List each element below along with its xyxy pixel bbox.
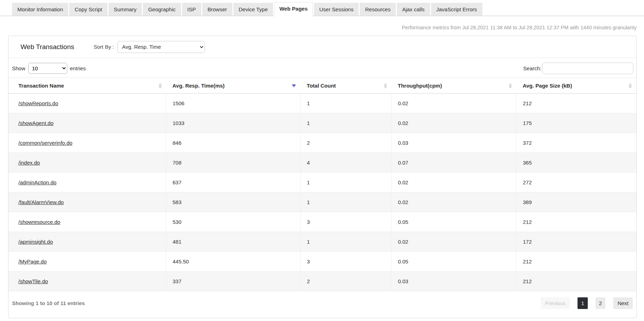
column-header-label: Throughput(cpm) (398, 83, 442, 89)
table-row: /showReports.do 1506 1 0.02 212 (8, 94, 636, 113)
panel-header: Web Transactions Sort By : Avg. Resp. Ti… (8, 36, 636, 58)
sort-descending-icon[interactable] (292, 84, 296, 87)
search-control: Search: (523, 63, 633, 74)
throughput-cell: 0.05 (391, 252, 516, 272)
total-count-cell: 1 (300, 94, 391, 113)
transaction-link[interactable]: /showReports.do (18, 100, 58, 106)
tab-device-type[interactable]: Device Type (233, 3, 273, 16)
throughput-cell: 0.03 (391, 272, 516, 291)
column-header-label: Transaction Name (18, 83, 64, 89)
table-header-row: Transaction Name Avg. Resp. Time(ms) Tot… (8, 78, 636, 94)
sort-by-select[interactable]: Avg. Resp. Time (117, 41, 205, 53)
table-footer: Showing 1 to 10 of 11 entries Previous 1… (8, 291, 636, 315)
transaction-link[interactable]: /fault/AlarmView.do (18, 199, 64, 205)
table-row: /adminAction.do 637 1 0.02 272 (8, 173, 636, 192)
avg-page-size-cell: 372 (516, 133, 636, 153)
transaction-link[interactable]: /showTile.do (18, 278, 48, 284)
transaction-link[interactable]: /common/serverinfo.do (18, 140, 72, 146)
tab-javascript-errors[interactable]: JavaScript Errors (431, 3, 482, 16)
tab-geographic[interactable]: Geographic (143, 3, 181, 16)
tab-web-pages[interactable]: Web Pages (274, 2, 313, 16)
page-length-select[interactable]: 10 (28, 63, 67, 74)
table-row: /MyPage.do 445.50 3 0.05 212 (8, 252, 636, 272)
table-row: /fault/AlarmView.do 583 1 0.02 389 (8, 192, 636, 212)
total-count-cell: 2 (300, 272, 391, 291)
table-row: /showAgent.do 1033 1 0.02 175 (8, 113, 636, 133)
monitor-tabbar: Monitor Information Copy Script Summary … (0, 0, 644, 16)
throughput-cell: 0.05 (391, 212, 516, 232)
page: Monitor Information Copy Script Summary … (0, 0, 644, 321)
tab-ajax-calls[interactable]: Ajax calls (397, 3, 430, 16)
transaction-link[interactable]: /MyPage.do (18, 258, 47, 264)
throughput-cell: 0.02 (391, 173, 516, 192)
total-count-cell: 4 (300, 153, 391, 173)
total-count-cell: 3 (300, 252, 391, 272)
previous-page-button[interactable]: Previous (541, 297, 570, 309)
sort-unsorted-icon[interactable] (628, 83, 632, 88)
transaction-link[interactable]: /apminsight.do (18, 239, 53, 245)
column-header-label: Avg. Page Size (kB) (523, 83, 572, 89)
column-header-avg-resp-time[interactable]: Avg. Resp. Time(ms) (166, 78, 301, 94)
total-count-cell: 1 (300, 192, 391, 212)
total-count-cell: 1 (300, 232, 391, 252)
avg-page-size-cell: 389 (516, 192, 636, 212)
tab-resources[interactable]: Resources (360, 3, 396, 16)
transaction-link[interactable]: /showAgent.do (18, 120, 53, 126)
avg-resp-time-cell: 445.50 (166, 252, 301, 272)
table-row: /showTile.do 337 2 0.03 212 (8, 272, 636, 291)
column-header-label: Total Count (307, 83, 336, 89)
tab-user-sessions[interactable]: User Sessions (314, 3, 359, 16)
entries-label: entries (70, 65, 86, 71)
column-header-transaction-name[interactable]: Transaction Name (8, 78, 166, 94)
web-transactions-table: Transaction Name Avg. Resp. Time(ms) Tot… (8, 78, 636, 291)
search-label: Search: (523, 65, 541, 71)
column-header-total-count[interactable]: Total Count (300, 78, 391, 94)
column-header-throughput[interactable]: Throughput(cpm) (391, 78, 516, 94)
sort-by-label: Sort By : (94, 44, 114, 50)
transaction-link[interactable]: /adminAction.do (18, 179, 57, 185)
table-row: /apminsight.do 481 1 0.02 172 (8, 232, 636, 252)
avg-page-size-cell: 172 (516, 232, 636, 252)
table-row: /common/serverinfo.do 846 2 0.03 372 (8, 133, 636, 153)
avg-resp-time-cell: 1506 (166, 94, 301, 113)
transaction-link[interactable]: /showresource.do (18, 219, 60, 225)
transaction-link[interactable]: /index.do (18, 160, 40, 166)
avg-resp-time-cell: 337 (166, 272, 301, 291)
sort-unsorted-icon[interactable] (384, 83, 387, 88)
avg-page-size-cell: 365 (516, 153, 636, 173)
tab-isp[interactable]: ISP (182, 3, 201, 16)
page-1-button[interactable]: 1 (578, 297, 587, 309)
sort-unsorted-icon[interactable] (158, 83, 162, 88)
avg-page-size-cell: 212 (516, 252, 636, 272)
tab-browser[interactable]: Browser (202, 3, 232, 16)
total-count-cell: 1 (300, 173, 391, 192)
throughput-cell: 0.02 (391, 232, 516, 252)
column-header-avg-page-size[interactable]: Avg. Page Size (kB) (516, 78, 636, 94)
throughput-cell: 0.02 (391, 113, 516, 133)
avg-page-size-cell: 212 (516, 94, 636, 113)
throughput-cell: 0.02 (391, 192, 516, 212)
avg-resp-time-cell: 530 (166, 212, 301, 232)
avg-page-size-cell: 212 (516, 212, 636, 232)
metrics-date-range-note: Performance metrics from Jul 28,2021 11:… (0, 25, 637, 30)
table-controls: Show 10 entries Search: (8, 58, 636, 78)
avg-resp-time-cell: 708 (166, 153, 301, 173)
tab-copy-script[interactable]: Copy Script (69, 3, 108, 16)
show-entries-control: Show 10 entries (12, 63, 86, 74)
table-row: /index.do 708 4 0.07 365 (8, 153, 636, 173)
throughput-cell: 0.03 (391, 133, 516, 153)
table-row: /showresource.do 530 3 0.05 212 (8, 212, 636, 232)
page-2-button[interactable]: 2 (596, 297, 605, 309)
next-page-button[interactable]: Next (613, 297, 633, 309)
avg-resp-time-cell: 583 (166, 192, 301, 212)
tab-summary[interactable]: Summary (109, 3, 142, 16)
web-transactions-panel: Web Transactions Sort By : Avg. Resp. Ti… (8, 36, 637, 318)
search-input[interactable] (542, 63, 633, 74)
showing-entries-status: Showing 1 to 10 of 11 entries (12, 300, 85, 306)
avg-page-size-cell: 212 (516, 272, 636, 291)
sort-unsorted-icon[interactable] (509, 83, 512, 88)
pagination: Previous 1 2 Next (541, 297, 633, 309)
tab-monitor-information[interactable]: Monitor Information (12, 3, 68, 16)
throughput-cell: 0.02 (391, 94, 516, 113)
show-label: Show (12, 65, 25, 71)
